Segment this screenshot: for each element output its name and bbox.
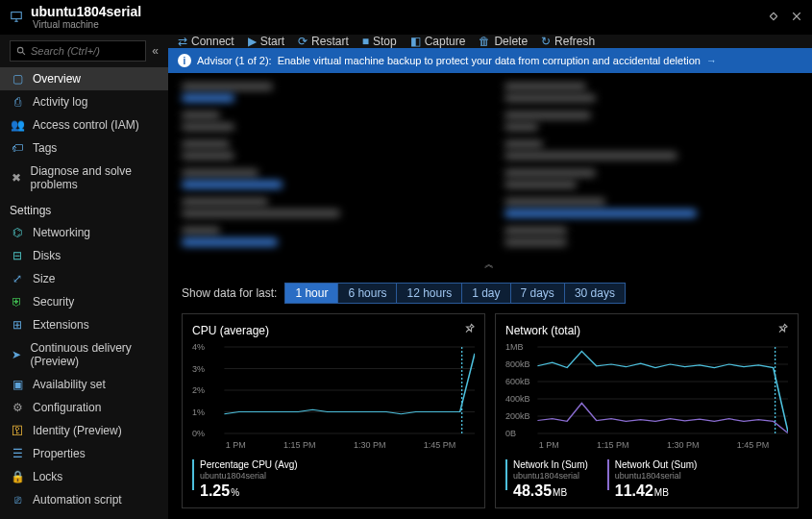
x-tick-label: 1:45 PM — [737, 440, 770, 450]
x-axis: 1 PM1:15 PM1:30 PM1:45 PM — [496, 438, 798, 454]
y-tick-label: 200kB — [505, 411, 530, 421]
sidebar-item-label: Automation script — [33, 493, 122, 507]
tag-icon: 🏷 — [10, 141, 25, 155]
advisor-banner[interactable]: i Advisor (1 of 2): Enable virtual machi… — [168, 48, 812, 73]
collapse-properties-icon[interactable]: ︽ — [168, 256, 812, 273]
sidebar-item-label: Access control (IAM) — [33, 118, 139, 132]
chart-metric: Percentage CPU (Avg)ubuntu1804serial1.25… — [192, 459, 298, 500]
x-tick-label: 1:45 PM — [424, 440, 456, 450]
sidebar-item-label: Overview — [33, 72, 81, 86]
time-tab[interactable]: 6 hours — [337, 283, 397, 304]
section-settings: Settings — [0, 196, 168, 221]
chart-card: Network (total)1MB800kB600kB400kB200kB0B… — [495, 313, 799, 508]
sidebar-item-label: Activity log — [33, 95, 87, 109]
sidebar-item-locks[interactable]: 🔒Locks — [0, 465, 168, 488]
y-tick-label: 0% — [192, 429, 205, 438]
shield-icon: ⛨ — [10, 295, 25, 309]
sidebar-item-automation[interactable]: ⎚Automation script — [0, 488, 168, 511]
puzzle-icon: ⊞ — [10, 318, 25, 332]
search-icon — [16, 46, 27, 57]
y-tick-label: 800kB — [505, 359, 530, 369]
sidebar-item-label: Diagnose and solve problems — [31, 164, 159, 191]
refresh-button[interactable]: ↻Refresh — [541, 35, 595, 48]
metric-unit: % — [231, 487, 239, 498]
search-input[interactable] — [31, 45, 139, 57]
time-tab[interactable]: 1 day — [461, 283, 510, 304]
sidebar-item-size[interactable]: ⤢Size — [0, 267, 168, 290]
close-icon[interactable] — [791, 10, 802, 25]
rocket-icon: ➤ — [10, 348, 22, 361]
sidebar-item-overview[interactable]: ▢Overview — [0, 67, 168, 90]
sidebar-item-cd[interactable]: ➤Continuous delivery (Preview) — [0, 336, 168, 373]
sidebar-item-tags[interactable]: 🏷Tags — [0, 136, 168, 160]
chart-title: CPU (average) — [192, 324, 269, 337]
section-operations: Operations — [0, 511, 168, 519]
refresh-label: Refresh — [554, 35, 595, 48]
x-tick-label: 1:30 PM — [667, 440, 700, 450]
time-tab[interactable]: 30 days — [564, 283, 626, 304]
connect-button[interactable]: ⇄Connect — [178, 35, 234, 48]
sidebar-item-security[interactable]: ⛨Security — [0, 290, 168, 313]
sidebar-item-label: Properties — [33, 447, 86, 460]
info-icon: i — [178, 54, 191, 67]
monitor-icon: ▢ — [10, 72, 25, 86]
y-tick-label: 2% — [192, 385, 205, 395]
sidebar-item-availability[interactable]: ▣Availability set — [0, 373, 168, 396]
search-input-wrap[interactable] — [10, 40, 146, 62]
disk-icon: ⊟ — [10, 249, 25, 262]
sidebar-item-label: Configuration — [33, 401, 101, 414]
time-tab[interactable]: 12 hours — [396, 283, 462, 304]
stop-button[interactable]: ■Stop — [362, 35, 397, 48]
restart-label: Restart — [311, 35, 349, 48]
x-tick-label: 1:30 PM — [354, 440, 386, 450]
delete-label: Delete — [494, 35, 528, 48]
sidebar-item-label: Security — [33, 295, 74, 309]
sidebar-item-activity-log[interactable]: ⎙Activity log — [0, 90, 168, 113]
chart-metric: Network Out (Sum)ubuntu1804serial11.42MB — [607, 459, 698, 500]
metric-value: 11.42 — [615, 482, 653, 499]
x-tick-label: 1 PM — [226, 440, 246, 450]
stop-label: Stop — [373, 35, 397, 48]
metric-value: 48.35 — [513, 482, 552, 499]
sidebar-item-label: Disks — [33, 249, 61, 262]
time-tab[interactable]: 1 hour — [284, 283, 338, 304]
start-label: Start — [260, 35, 284, 48]
sidebar-item-label: Identity (Preview) — [33, 424, 122, 437]
sidebar-item-label: Size — [33, 272, 55, 285]
y-tick-label: 1% — [192, 408, 205, 417]
metric-sub: ubuntu1804serial — [513, 471, 588, 482]
start-button[interactable]: ▶Start — [248, 35, 284, 48]
sidebar-item-properties[interactable]: ☰Properties — [0, 442, 168, 465]
svg-line-4 — [22, 52, 25, 55]
metric-sub: ubuntu1804serial — [615, 471, 698, 482]
pin-icon[interactable] — [771, 320, 792, 341]
pin-icon[interactable] — [457, 320, 479, 341]
time-tab[interactable]: 7 days — [510, 283, 565, 304]
sidebar-item-identity[interactable]: ⚿Identity (Preview) — [0, 419, 168, 442]
sidebar-item-label: Continuous delivery (Preview) — [30, 341, 159, 368]
sidebar-item-diagnose[interactable]: ✖Diagnose and solve problems — [0, 160, 168, 196]
y-tick-label: 0B — [505, 429, 516, 438]
sidebar-item-label: Locks — [33, 470, 62, 483]
sidebar-item-extensions[interactable]: ⊞Extensions — [0, 313, 168, 336]
sidebar-item-configuration[interactable]: ⚙Configuration — [0, 396, 168, 419]
sidebar-item-iam[interactable]: 👥Access control (IAM) — [0, 113, 168, 136]
chart-card: CPU (average)4%3%2%1%0%1 PM1:15 PM1:30 P… — [182, 313, 485, 508]
list-icon: ☰ — [10, 447, 25, 460]
capture-button[interactable]: ◧Capture — [410, 35, 466, 48]
sidebar-item-networking[interactable]: ⌬Networking — [0, 221, 168, 244]
pin-window-icon[interactable] — [768, 10, 779, 25]
y-tick-label: 400kB — [505, 394, 530, 404]
sidebar-item-label: Networking — [33, 226, 90, 239]
sidebar-item-label: Tags — [33, 141, 57, 155]
vm-icon — [10, 10, 23, 26]
x-axis: 1 PM1:15 PM1:30 PM1:45 PM — [183, 438, 484, 454]
delete-button[interactable]: 🗑Delete — [479, 35, 528, 48]
collapse-sidebar-icon[interactable]: « — [152, 44, 159, 58]
restart-button[interactable]: ⟳Restart — [298, 35, 349, 48]
x-tick-label: 1 PM — [539, 440, 559, 450]
metric-sub: ubuntu1804serial — [200, 471, 298, 482]
sidebar-item-label: Extensions — [33, 318, 89, 332]
lock-icon: 🔒 — [10, 470, 25, 483]
sidebar-item-disks[interactable]: ⊟Disks — [0, 244, 168, 267]
